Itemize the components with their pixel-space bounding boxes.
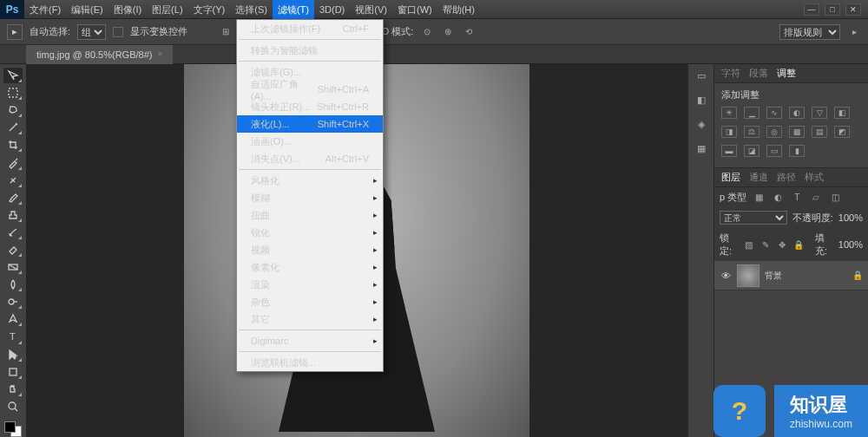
close-button[interactable]: ✕ [845, 3, 861, 16]
menu-item-other[interactable]: 其它 [237, 310, 383, 328]
adj-gradient-map-icon[interactable]: ▭ [766, 145, 782, 157]
filter-adj-icon[interactable]: ◐ [771, 192, 785, 204]
layer-background[interactable]: 👁 背景 🔒 [714, 261, 868, 290]
healing-tool[interactable] [3, 173, 23, 188]
adj-exposure-icon[interactable]: ◐ [789, 107, 805, 119]
adj-hue-icon[interactable]: ◧ [834, 107, 850, 119]
history-brush-tool[interactable] [3, 225, 23, 240]
fill-value[interactable]: 100% [838, 239, 863, 250]
adj-balance-icon[interactable]: ⚖ [744, 126, 760, 138]
menu-layer[interactable]: 图层(L) [147, 0, 187, 19]
menu-item-stylize[interactable]: 风格化 [237, 172, 383, 189]
adj-vibrance-icon[interactable]: ▽ [812, 107, 827, 119]
opacity-value[interactable]: 100% [838, 212, 863, 223]
close-tab-icon[interactable]: × [157, 49, 162, 59]
adj-invert-icon[interactable]: ◩ [834, 126, 850, 138]
menu-item-pixelate[interactable]: 像素化 [237, 258, 383, 276]
color-swatches[interactable] [4, 421, 22, 437]
minimize-button[interactable]: — [804, 3, 819, 16]
zoom-tool[interactable] [3, 399, 23, 414]
tab-channels[interactable]: 通道 [749, 171, 768, 184]
pen-tool[interactable] [3, 311, 23, 327]
menu-item-oil-paint[interactable]: 油画(O)... [237, 133, 383, 150]
lock-pos-icon[interactable]: ✥ [776, 238, 787, 251]
menu-item-digimarc[interactable]: Digimarc [237, 332, 383, 349]
align-icon[interactable]: ⊞ [219, 26, 233, 38]
brush-tool[interactable] [3, 190, 23, 205]
filter-pixel-icon[interactable]: ▦ [752, 192, 766, 204]
marquee-tool[interactable] [3, 85, 23, 101]
menu-edit[interactable]: 编辑(E) [66, 0, 108, 19]
lock-all-icon[interactable]: 🔒 [793, 238, 805, 251]
menu-item-liquify[interactable]: 液化(L)...Shift+Ctrl+X [237, 115, 383, 133]
menu-item-sharpen[interactable]: 锐化 [237, 224, 383, 241]
menu-select[interactable]: 选择(S) [230, 0, 273, 19]
path-select-tool[interactable] [3, 347, 23, 362]
type-tool[interactable]: T [3, 329, 23, 344]
visibility-icon[interactable]: 👁 [720, 271, 732, 281]
gradient-tool[interactable] [3, 259, 23, 275]
3d-icon[interactable]: ⊕ [441, 26, 455, 38]
dodge-tool[interactable] [3, 294, 23, 310]
adj-brightness-icon[interactable]: ☀ [721, 107, 737, 119]
menu-type[interactable]: 文字(Y) [188, 0, 231, 19]
menu-view[interactable]: 视图(V) [350, 0, 392, 19]
adj-curves-icon[interactable]: ∿ [766, 107, 782, 119]
tab-layers[interactable]: 图层 [721, 171, 740, 184]
3d-icon[interactable]: ⟲ [462, 26, 476, 38]
menu-item-lens-correction[interactable]: 镜头校正(R)...Shift+Ctrl+R [237, 98, 383, 115]
eraser-tool[interactable] [3, 242, 23, 258]
menu-filter[interactable]: 滤镜(T) [273, 0, 314, 19]
crop-tool[interactable] [3, 137, 23, 153]
adj-levels-icon[interactable]: ▁ [744, 107, 760, 119]
menu-image[interactable]: 图像(I) [108, 0, 147, 19]
arrange-dropdown[interactable]: 排版规则 [779, 24, 840, 40]
document-tab[interactable]: timg.jpg @ 80.5%(RGB/8#) × [26, 45, 173, 64]
menu-item-blur[interactable]: 模糊 [237, 189, 383, 206]
filter-type-icon[interactable]: T [790, 192, 804, 204]
adj-posterize-icon[interactable]: ▬ [721, 145, 737, 157]
tab-styles[interactable]: 样式 [805, 171, 824, 184]
info-panel-icon[interactable]: ▦ [693, 140, 710, 156]
maximize-button[interactable]: □ [825, 3, 840, 16]
lasso-tool[interactable] [3, 102, 23, 118]
eyedropper-tool[interactable] [3, 154, 23, 170]
auto-select-dropdown[interactable]: 组 [77, 24, 106, 40]
blend-mode-dropdown[interactable]: 正常 [720, 211, 787, 225]
menu-item-noise[interactable]: 杂色 [237, 293, 383, 310]
history-panel-icon[interactable]: ▭ [693, 68, 710, 83]
shape-tool[interactable] [3, 364, 23, 380]
show-transform-checkbox[interactable] [113, 27, 123, 37]
menu-item-render[interactable]: 渲染 [237, 276, 383, 293]
adj-bw-icon[interactable]: ◨ [721, 126, 737, 138]
menu-help[interactable]: 帮助(H) [437, 0, 480, 19]
menu-window[interactable]: 窗口(W) [392, 0, 437, 19]
3d-icon[interactable]: ⊙ [420, 26, 434, 38]
stamp-tool[interactable] [3, 207, 23, 223]
tab-character[interactable]: 字符 [721, 67, 740, 80]
filter-shape-icon[interactable]: ▱ [809, 192, 823, 204]
adj-mixer-icon[interactable]: ▩ [789, 126, 805, 138]
hand-tool[interactable] [3, 382, 23, 397]
menu-item-video[interactable]: 视频 [237, 241, 383, 258]
panel-toggle-icon[interactable]: ▸ [847, 26, 861, 38]
tab-adjustments[interactable]: 调整 [777, 67, 796, 80]
actions-panel-icon[interactable]: ◧ [693, 92, 710, 108]
properties-panel-icon[interactable]: ◈ [693, 116, 710, 132]
menu-item-distort[interactable]: 扭曲 [237, 206, 383, 224]
menu-item-smart-filter[interactable]: 转换为智能滤镜 [237, 42, 383, 59]
menu-item-browse-online[interactable]: 浏览联机滤镜... [237, 354, 383, 371]
lock-paint-icon[interactable]: ✎ [760, 238, 771, 251]
menu-item-adaptive-wide[interactable]: 自适应广角(A)...Shift+Ctrl+A [237, 81, 383, 98]
lock-trans-icon[interactable]: ▨ [743, 238, 754, 251]
menu-3d[interactable]: 3D(D) [314, 0, 350, 19]
blur-tool[interactable] [3, 277, 23, 292]
wand-tool[interactable] [3, 120, 23, 135]
tab-paragraph[interactable]: 段落 [749, 67, 768, 80]
menu-item-vanishing-point[interactable]: 消失点(V)...Alt+Ctrl+V [237, 150, 383, 167]
adj-photo-filter-icon[interactable]: ◎ [766, 126, 782, 138]
adj-threshold-icon[interactable]: ◪ [744, 145, 760, 157]
tab-paths[interactable]: 路径 [777, 171, 796, 184]
filter-smart-icon[interactable]: ◫ [828, 192, 842, 204]
adj-selective-icon[interactable]: ▮ [789, 145, 805, 157]
